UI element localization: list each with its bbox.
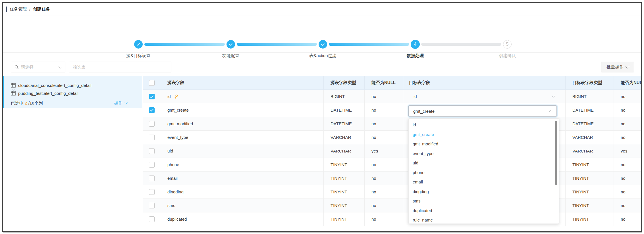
step-label-data-processing: 数据处理 (407, 53, 424, 58)
source-field-type: TINYINT (324, 185, 365, 199)
target-field-type: DATETIME (566, 117, 614, 131)
target-nullable: no (614, 117, 641, 131)
source-nullable: no (365, 117, 403, 131)
select-placeholder: 请选择 (21, 64, 59, 70)
target-nullable: no (614, 103, 641, 117)
table-pair-item[interactable]: cloudcanal_console.alert_config_detail p… (3, 76, 142, 108)
header-source-nullable: 能否为NULL (365, 76, 403, 90)
table-row-gmt-modified: gmt_modified DATETIME no DATETIME no (143, 117, 641, 131)
step-connector (144, 43, 225, 46)
dropdown-option-uid[interactable]: uid (409, 158, 559, 168)
combobox-value: gmt_create (413, 109, 435, 114)
row-checkbox[interactable] (149, 148, 155, 154)
target-nullable: no (614, 131, 641, 144)
step-label-function-config: 功能配置 (222, 53, 239, 58)
target-field-type: BIGINT (566, 90, 614, 103)
dropdown-option-email[interactable]: email (409, 177, 559, 187)
target-table-name: pudding_test.alert_config_detail (18, 91, 78, 96)
row-checkbox[interactable] (149, 121, 155, 127)
source-field-name: phone (161, 158, 324, 172)
row-checkbox[interactable] (149, 107, 155, 113)
step-5-circle: 5 (503, 40, 512, 49)
target-field-select[interactable]: id (414, 94, 565, 99)
step-4-circle: 4 (411, 40, 420, 49)
source-table-entry[interactable]: cloudcanal_console.alert_config_detail (11, 83, 92, 88)
row-checkbox[interactable] (149, 176, 155, 181)
source-field-type: TINYINT (324, 158, 365, 172)
row-checkbox[interactable] (149, 203, 155, 208)
dropdown-option-rule-name[interactable]: rule_name (409, 215, 559, 224)
source-nullable: no (365, 158, 403, 172)
source-field-type: VARCHAR (324, 144, 365, 158)
dropdown-scrollbar-thumb[interactable] (555, 121, 557, 185)
chevron-down-icon (124, 101, 128, 105)
source-field-type: VARCHAR (324, 131, 365, 144)
step-label-source-target: 源&目标设置 (126, 53, 150, 58)
table-select-dropdown[interactable]: 请选择 (11, 62, 65, 72)
chevron-up-icon (549, 110, 552, 114)
source-table-name: cloudcanal_console.alert_config_detail (18, 83, 92, 88)
operations-dropdown-link[interactable]: 操作 (114, 101, 127, 106)
table-row-dingding: dingding TINYINT no TINYINT no (143, 185, 641, 199)
row-checkbox[interactable] (149, 94, 155, 99)
row-checkbox[interactable] (149, 189, 155, 195)
dropdown-option-phone[interactable]: phone (409, 168, 559, 177)
target-field-type: TINYINT (566, 199, 614, 212)
row-checkbox[interactable] (149, 135, 155, 140)
dropdown-option-sms[interactable]: sms (409, 196, 559, 206)
dropdown-option-id[interactable]: id (409, 120, 559, 130)
target-field-type: TINYINT (566, 172, 614, 185)
source-field-name: duplicated (161, 212, 324, 226)
source-field-type: TINYINT (324, 212, 365, 226)
text-cursor (435, 108, 435, 114)
source-nullable: no (365, 212, 403, 226)
search-icon (14, 65, 19, 69)
target-nullable: no (614, 212, 641, 226)
row-checkbox[interactable] (149, 216, 155, 222)
select-all-checkbox[interactable] (149, 80, 155, 86)
target-field-type: TINYINT (566, 185, 614, 199)
table-row-gmt-create: gmt_create DATETIME no DATETIME no (143, 103, 641, 117)
table-row-email: email TINYINT no TINYINT no (143, 172, 641, 185)
primary-key-icon (174, 94, 178, 99)
target-nullable: no (614, 185, 641, 199)
step-3-check-icon (319, 40, 327, 49)
field-mapping-table: 源表字段 源表字段类型 能否为NULL 目标表字段 目标表字段类型 能否为NUL… (143, 76, 641, 226)
wizard-steps: 4 5 源&目标设置 功能配置 表&action过滤 数据处理 创建确认 (3, 16, 641, 53)
source-nullable: no (365, 199, 403, 212)
dropdown-option-duplicated[interactable]: duplicated (409, 206, 559, 216)
source-nullable: no (365, 103, 403, 117)
source-nullable: no (365, 172, 403, 185)
table-pair-panel: cloudcanal_console.alert_config_detail p… (3, 76, 142, 227)
table-row-id: id BIGINT no id BIGINT no (143, 90, 641, 103)
step-connector (421, 43, 501, 46)
source-nullable: no (365, 185, 403, 199)
source-field-type: TINYINT (324, 199, 365, 212)
bulk-action-button[interactable]: 批量操作 (601, 62, 634, 72)
selected-count: 2 (25, 101, 27, 105)
dropdown-option-gmt-modified[interactable]: gmt_modified (409, 139, 559, 149)
table-row-uid: uid VARCHAR yes VARCHAR yes (143, 144, 641, 158)
source-field-name: email (161, 172, 324, 185)
table-header-row: 源表字段 源表字段类型 能否为NULL 目标表字段 目标表字段类型 能否为NUL… (143, 76, 641, 90)
header-target-field: 目标表字段 (403, 76, 566, 90)
dropdown-option-dingding[interactable]: dingding (409, 187, 559, 197)
target-table-entry[interactable]: pudding_test.alert_config_detail (11, 91, 78, 96)
dropdown-option-event-type[interactable]: event_type (409, 149, 559, 158)
breadcrumb: 任务管理 / 创建任务 (3, 3, 641, 16)
breadcrumb-accent-bar (6, 7, 7, 12)
selected-indicator-bar (3, 76, 4, 108)
source-field-type: DATETIME (324, 103, 365, 117)
target-field-combobox-input[interactable]: gmt_create (408, 105, 557, 117)
breadcrumb-task-management[interactable]: 任务管理 (10, 7, 27, 12)
source-field-name: dingding (161, 185, 324, 199)
target-nullable: no (614, 158, 641, 172)
row-checkbox[interactable] (149, 162, 155, 168)
breadcrumb-separator: / (29, 7, 30, 12)
table-row-phone: phone TINYINT no TINYINT no (143, 158, 641, 172)
dropdown-option-gmt-create[interactable]: gmt_create (409, 130, 559, 139)
filter-table-input[interactable] (69, 62, 171, 72)
step-connector (329, 43, 409, 46)
chevron-down-icon (59, 65, 62, 68)
target-field-type: TINYINT (566, 212, 614, 226)
